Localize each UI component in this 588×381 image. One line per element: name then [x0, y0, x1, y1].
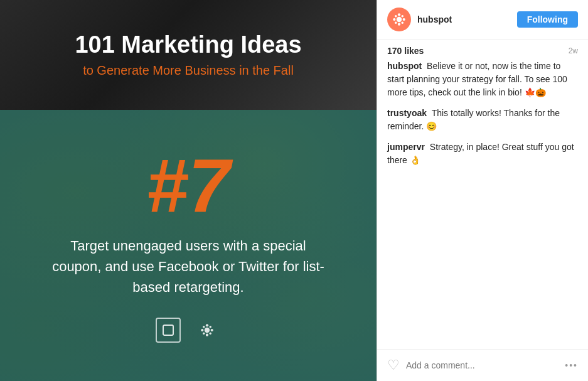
svg-point-10	[397, 17, 402, 22]
comment-2-username: jumpervr	[387, 142, 425, 152]
svg-point-13	[393, 18, 395, 21]
banner-subtitle: to Generate More Business in the Fall	[83, 63, 294, 78]
add-comment-row: ♡ •••	[377, 349, 588, 381]
svg-point-12	[398, 23, 400, 26]
svg-point-15	[395, 15, 397, 18]
svg-point-2	[206, 324, 208, 326]
svg-point-1	[205, 327, 210, 332]
square-logo	[156, 318, 181, 343]
comment-1: trustyoak This totally works! Thanks for…	[387, 107, 578, 133]
banner-title: 101 Marketing Ideas	[75, 32, 301, 58]
caption-comment: hubspot Believe it or not, now is the ti…	[387, 60, 578, 99]
post-header: hubspot Following	[377, 0, 588, 40]
comments-area: hubspot Believe it or not, now is the ti…	[377, 60, 588, 349]
comment-2: jumpervr Strategy, in place! Great stuff…	[387, 141, 578, 167]
svg-point-16	[402, 15, 404, 18]
svg-point-3	[206, 333, 208, 336]
comment-1-username: trustyoak	[387, 108, 427, 118]
likes-count: 170 likes	[387, 46, 424, 56]
svg-point-9	[210, 332, 212, 335]
svg-point-5	[211, 328, 213, 331]
svg-point-11	[398, 13, 400, 16]
more-options-button[interactable]: •••	[565, 360, 578, 370]
svg-point-6	[203, 326, 205, 328]
svg-point-17	[395, 22, 397, 24]
svg-point-4	[201, 328, 203, 331]
post-detail-panel: hubspot Following 170 likes 2w hubspot B…	[377, 0, 588, 381]
image-content: #7 Target unengaged users with a special…	[0, 110, 377, 381]
likes-row: 170 likes 2w	[377, 40, 588, 60]
bottom-logos	[156, 316, 221, 344]
svg-point-7	[210, 326, 212, 328]
hubspot-logo-small	[193, 316, 221, 344]
top-banner: 101 Marketing Ideas to Generate More Bus…	[0, 0, 377, 110]
add-comment-input[interactable]	[406, 360, 559, 370]
svg-point-8	[203, 332, 205, 335]
post-username: hubspot	[417, 14, 517, 24]
main-image-area: #7 Target unengaged users with a special…	[0, 110, 377, 381]
follow-button[interactable]: Following	[517, 11, 578, 28]
post-image-panel: 101 Marketing Ideas to Generate More Bus…	[0, 0, 377, 381]
caption-username: hubspot	[387, 61, 422, 71]
time-ago: 2w	[569, 46, 578, 55]
avatar	[387, 8, 411, 31]
tip-text: Target unengaged users with a special co…	[50, 235, 326, 298]
svg-point-14	[403, 18, 405, 21]
like-icon[interactable]: ♡	[387, 357, 400, 373]
tip-number: #7	[146, 148, 230, 223]
svg-point-18	[402, 22, 404, 24]
svg-rect-0	[163, 325, 173, 335]
